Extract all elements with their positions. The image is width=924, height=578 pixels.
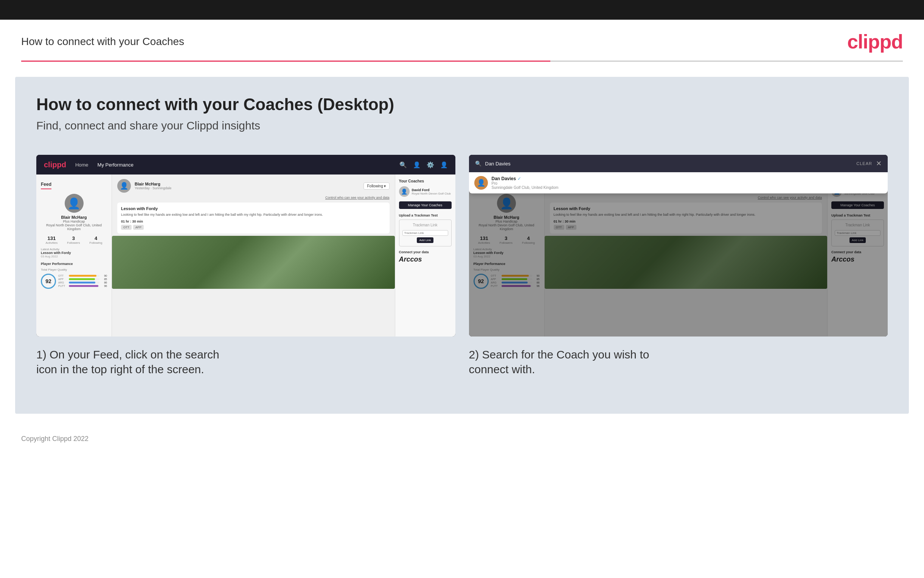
trackman-box: Trackman Link Add Link xyxy=(399,219,451,247)
post-avatar: 👤 xyxy=(117,179,131,193)
bar-app-label: APP xyxy=(58,278,67,281)
lesson-with: Lesson with Fordy xyxy=(121,206,386,211)
control-link[interactable]: Control who can see your activity and da… xyxy=(112,196,395,201)
bar-putt-label: PUTT xyxy=(58,285,67,287)
bar-putt-val: 96 xyxy=(101,285,107,287)
bars-col: OTT 90 APP 85 xyxy=(58,274,107,288)
close-button[interactable]: ✕ xyxy=(876,159,882,168)
bar-arg: ARG 86 xyxy=(58,281,107,284)
profile-handicap: Plus Handicap xyxy=(41,219,107,223)
step2-text: 2) Search for the Coach you wish toconne… xyxy=(469,347,888,377)
stats-2: 131Activities 3Followers 4Following xyxy=(474,235,540,245)
following-button[interactable]: Following ▾ xyxy=(364,182,389,190)
screenshot1-frame: clippd Home My Performance 🔍 👤 ⚙️ 👤 Feed xyxy=(36,155,455,336)
stat-activities: 131 Activities xyxy=(46,235,58,245)
bar-ott-val: 90 xyxy=(101,274,107,277)
bar-ott: OTT 90 xyxy=(58,274,107,277)
lesson-card: Lesson with Fordy Looking to feel like m… xyxy=(117,203,390,234)
bar-app: APP 85 xyxy=(58,278,107,281)
nav-link-home[interactable]: Home xyxy=(75,162,89,168)
bar-ott-label: OTT xyxy=(58,274,67,277)
stat-following-label: Following xyxy=(90,241,102,245)
bar-app-val: 85 xyxy=(101,278,107,281)
coach-name: David Ford xyxy=(412,188,451,192)
bar-arg-fill xyxy=(69,282,95,284)
result-name: Dan Davies xyxy=(492,176,516,181)
verified-icon: ✓ xyxy=(518,176,521,181)
connect-title: Connect your data xyxy=(399,250,451,254)
lesson-text: Looking to feel like my hands are exitin… xyxy=(121,212,386,217)
step1-text: 1) On your Feed, click on the searchicon… xyxy=(36,347,455,377)
coach-avatar: 👤 xyxy=(399,186,409,197)
app-nav: clippd Home My Performance 🔍 👤 ⚙️ 👤 xyxy=(36,155,455,174)
center-panel-2: 👤 Blair McHargYesterday · Sunningdale Fo… xyxy=(545,174,828,336)
coach-item: 👤 David Ford Royal North Devon Golf Club xyxy=(399,186,451,197)
profile-name-2: Blair McHarg xyxy=(474,215,540,219)
result-info: Dan Davies ✓ Pro Sunningdale Golf Club, … xyxy=(492,176,558,190)
search-icon[interactable]: 🔍 xyxy=(400,161,407,169)
trackman-input[interactable] xyxy=(403,230,448,236)
nav-logo: clippd xyxy=(44,161,66,169)
post-name: Blair McHarg xyxy=(135,182,172,186)
search-bar: 🔍 CLEAR ✕ xyxy=(469,155,888,172)
clear-button[interactable]: CLEAR xyxy=(856,161,872,166)
screenshots-row: clippd Home My Performance 🔍 👤 ⚙️ 👤 Feed xyxy=(36,155,888,377)
avatar-icon[interactable]: 👤 xyxy=(440,161,448,169)
step1-description: 1) On your Feed, click on the searchicon… xyxy=(36,347,455,377)
coach-info: David Ford Royal North Devon Golf Club xyxy=(412,188,451,195)
search-dropdown: 👤 Dan Davies ✓ Pro Sunningdale Golf Club… xyxy=(469,172,888,193)
profile-name: Blair McHarg xyxy=(41,215,107,219)
screenshot2-col: clippd Home My Performance 🔍 👤 ⚙️ 👤 Feed xyxy=(469,155,888,377)
stat-followers-label: Followers xyxy=(67,241,80,245)
header-divider xyxy=(21,60,903,62)
stat-activities-label: Activities xyxy=(46,241,58,245)
tag-app[interactable]: APP xyxy=(133,225,144,230)
add-link-button[interactable]: Add Link xyxy=(417,237,433,243)
profile-club-2: Royal North Devon Golf Club, United King… xyxy=(474,223,540,231)
result-role: Pro xyxy=(492,181,558,185)
bar-app-fill xyxy=(69,278,95,280)
profile-section: Blair McHarg Plus Handicap Royal North D… xyxy=(41,194,107,231)
result-avatar: 👤 xyxy=(474,176,488,190)
header-title: How to connect with your Coaches xyxy=(21,36,184,48)
right-panel-2: Your Coaches 👤 Dan DaviesSunningdale Gol… xyxy=(827,174,888,336)
search-result-item[interactable]: 👤 Dan Davies ✓ Pro Sunningdale Golf Club… xyxy=(469,172,888,193)
app-body: Feed Blair McHarg Plus Handicap Royal No… xyxy=(36,174,455,336)
nav-link-performance[interactable]: My Performance xyxy=(97,162,134,168)
stat-followers: 3 Followers xyxy=(67,235,80,245)
upload-title: Upload a Trackman Test xyxy=(399,213,451,217)
stats-row: 131 Activities 3 Followers 4 Following xyxy=(41,235,107,245)
post-photo xyxy=(112,236,395,289)
perf-title: Player Performance xyxy=(41,262,107,266)
search-icon-overlay: 🔍 xyxy=(475,161,481,167)
bar-ott-track xyxy=(69,275,99,277)
settings-icon[interactable]: ⚙️ xyxy=(427,161,434,169)
profile-avatar xyxy=(65,194,84,213)
logo: clippd xyxy=(847,30,903,53)
profile-sub-2: Plus Handicap xyxy=(474,219,540,223)
lesson-duration: 01 hr : 30 min xyxy=(121,219,386,223)
bar-app-track xyxy=(69,278,99,280)
arccos-brand: Arccos xyxy=(399,255,451,263)
search-input[interactable] xyxy=(485,161,853,167)
bar-putt-track xyxy=(69,285,99,287)
page-heading: How to connect with your Coaches (Deskto… xyxy=(36,95,888,114)
lesson-buttons: OTT APP xyxy=(121,225,386,230)
trackman-text: Trackman Link xyxy=(403,223,448,227)
coach-club: Royal North Devon Golf Club xyxy=(412,192,451,195)
avatar-2 xyxy=(497,194,516,213)
footer: Copyright Clippd 2022 xyxy=(0,429,924,449)
profile-section-2: Blair McHarg Plus Handicap Royal North D… xyxy=(474,194,540,231)
profile-club: Royal North Devon Golf Club, United King… xyxy=(41,223,107,231)
manage-coaches-button[interactable]: Manage Your Coaches xyxy=(399,201,451,209)
stat-following: 4 Following xyxy=(90,235,102,245)
tag-ott[interactable]: OTT xyxy=(121,225,132,230)
copyright: Copyright Clippd 2022 xyxy=(21,435,89,443)
feed-tab[interactable]: Feed xyxy=(41,182,52,189)
stat-following-num: 4 xyxy=(90,235,102,241)
performance-section: Player Performance Total Player Quality … xyxy=(41,262,107,289)
page-subheading: Find, connect and share your Clippd insi… xyxy=(36,119,888,132)
bar-arg-label: ARG xyxy=(58,281,67,284)
user-icon[interactable]: 👤 xyxy=(413,161,421,169)
main-content: How to connect with your Coaches (Deskto… xyxy=(15,77,909,414)
